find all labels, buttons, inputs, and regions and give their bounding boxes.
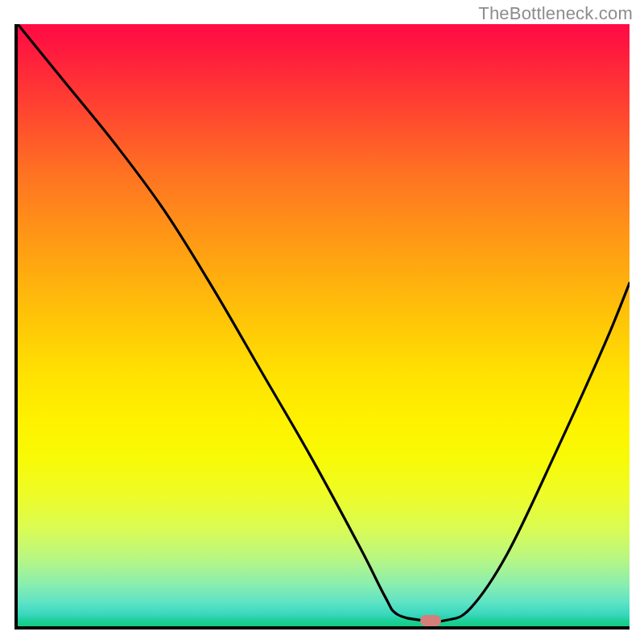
optimal-marker xyxy=(420,615,441,626)
bottleneck-chart: TheBottleneck.com xyxy=(0,0,644,644)
curve-layer xyxy=(18,24,630,626)
attribution-label: TheBottleneck.com xyxy=(478,3,633,24)
plot-area xyxy=(14,24,630,630)
curve-path xyxy=(18,24,630,621)
